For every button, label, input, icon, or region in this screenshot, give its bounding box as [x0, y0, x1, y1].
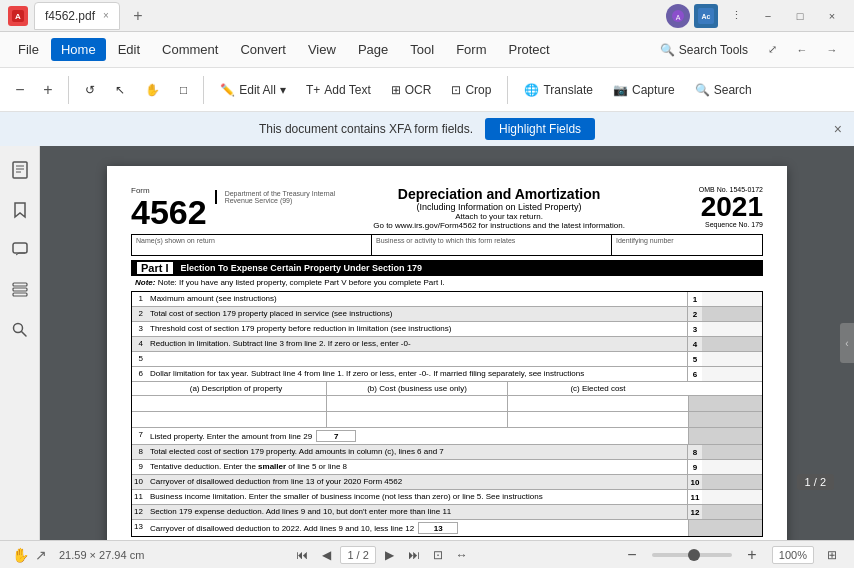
close-button[interactable]: ×: [818, 2, 846, 30]
col-header-a: (a) Description of property: [146, 382, 327, 395]
status-bar: ✋ ↗ 21.59 × 27.94 cm ⏮ ◀ 1 / 2 ▶ ⏭ ⊡ ↔ −…: [0, 540, 854, 568]
maximize-button[interactable]: □: [786, 2, 814, 30]
add-text-icon: T+: [306, 83, 320, 97]
edit-all-button[interactable]: ✏️ Edit All ▾: [212, 78, 294, 102]
nav-back-button[interactable]: ←: [788, 36, 816, 64]
col-header-b: (b) Cost (business use only): [327, 382, 508, 395]
menu-convert[interactable]: Convert: [230, 38, 296, 61]
more-options-button[interactable]: ⋮: [722, 2, 750, 30]
field3-label: Identifying number: [616, 237, 758, 244]
col-header-c: (c) Elected cost: [508, 382, 688, 395]
menu-page[interactable]: Page: [348, 38, 398, 61]
row-box-num-2: 2: [688, 310, 702, 319]
next-page-button[interactable]: ▶: [380, 545, 400, 565]
pdf-page: Form 4562 Department of the Treasury Int…: [107, 166, 787, 540]
right-panel-handle[interactable]: ‹: [840, 323, 854, 363]
row-num-2: 2: [132, 307, 146, 321]
page-indicator[interactable]: 1 / 2: [340, 546, 375, 564]
menu-form[interactable]: Form: [446, 38, 496, 61]
last-page-button[interactable]: ⏭: [404, 545, 424, 565]
row-num-7: 7: [132, 428, 146, 444]
hand-cursor-icon[interactable]: ✋: [12, 547, 29, 563]
row-desc-3: Threshold cost of section 179 property b…: [146, 322, 687, 336]
svg-text:Ac: Ac: [702, 13, 711, 20]
notification-bar: This document contains XFA form fields. …: [0, 112, 854, 146]
cursor-tool-button[interactable]: ↖: [107, 78, 133, 102]
nav-forward-button[interactable]: →: [818, 36, 846, 64]
sidebar-comments-icon[interactable]: [4, 234, 36, 266]
sidebar-search-icon[interactable]: [4, 314, 36, 346]
menu-protect[interactable]: Protect: [498, 38, 559, 61]
rotate-left-button[interactable]: ↺: [77, 78, 103, 102]
svg-text:A: A: [15, 12, 21, 21]
menu-comment[interactable]: Comment: [152, 38, 228, 61]
row-desc-4: Reduction in limitation. Subtract line 3…: [146, 337, 687, 351]
row-box-3: [702, 322, 762, 336]
search-button[interactable]: 🔍 Search: [687, 78, 760, 102]
capture-button[interactable]: 📷 Capture: [605, 78, 683, 102]
row-box-5: [702, 352, 762, 366]
zoom-slider[interactable]: [652, 553, 732, 557]
first-page-button[interactable]: ⏮: [292, 545, 312, 565]
fit-page-button[interactable]: ⊡: [428, 545, 448, 565]
prev-page-button[interactable]: ◀: [316, 545, 336, 565]
translate-icon: 🌐: [524, 83, 539, 97]
menu-home[interactable]: Home: [51, 38, 106, 61]
search-icon: 🔍: [660, 43, 675, 57]
highlight-fields-button[interactable]: Highlight Fields: [485, 118, 595, 140]
status-right: − + 100% ⊞: [620, 543, 842, 567]
menu-tool[interactable]: Tool: [400, 38, 444, 61]
acrobat-cloud-icon[interactable]: Ac: [694, 4, 718, 28]
menu-edit[interactable]: Edit: [108, 38, 150, 61]
ocr-button[interactable]: ⊞ OCR: [383, 78, 440, 102]
main-area: › Form 4562 Department of the Treasury I…: [0, 146, 854, 540]
translate-button[interactable]: 🌐 Translate: [516, 78, 601, 102]
shapes-button[interactable]: □: [172, 78, 195, 102]
zoom-minus-status[interactable]: −: [620, 543, 644, 567]
hand-tool-button[interactable]: ✋: [137, 78, 168, 102]
zoom-minus-button[interactable]: −: [8, 78, 32, 102]
minimize-button[interactable]: −: [754, 2, 782, 30]
row-box-4: [702, 337, 762, 351]
page-dimensions: 21.59 × 27.94 cm: [59, 549, 144, 561]
zoom-slider-thumb[interactable]: [688, 549, 700, 561]
pdf-viewer[interactable]: Form 4562 Department of the Treasury Int…: [40, 146, 854, 540]
fit-width-button[interactable]: ↔: [452, 545, 472, 565]
menu-view[interactable]: View: [298, 38, 346, 61]
blank-row-2: [132, 412, 762, 428]
status-center: ⏮ ◀ 1 / 2 ▶ ⏭ ⊡ ↔: [292, 545, 471, 565]
pdf-tab[interactable]: f4562.pdf ×: [34, 2, 120, 30]
add-text-button[interactable]: T+ Add Text: [298, 78, 379, 102]
menu-bar: File Home Edit Comment Convert View Page…: [0, 32, 854, 68]
row-box-num-5: 5: [688, 355, 702, 364]
row-box-num-1: 1: [688, 295, 702, 304]
tab-title: f4562.pdf: [45, 9, 95, 23]
toolbar-separator-2: [203, 76, 204, 104]
tax-year: 2021: [663, 193, 763, 221]
search-tools-button[interactable]: 🔍 Search Tools: [652, 38, 756, 62]
user-profile-icon[interactable]: A: [666, 4, 690, 28]
sidebar-layers-icon[interactable]: [4, 274, 36, 306]
row-desc-5: [146, 352, 687, 366]
zoom-plus-status[interactable]: +: [740, 543, 764, 567]
sidebar-bookmarks-icon[interactable]: [4, 194, 36, 226]
crop-button[interactable]: ⊡ Crop: [443, 78, 499, 102]
arrow-cursor-icon[interactable]: ↗: [35, 547, 47, 563]
zoom-percent[interactable]: 100%: [772, 546, 814, 564]
row-desc-7: Listed property. Enter the amount from l…: [146, 428, 688, 444]
new-tab-button[interactable]: +: [126, 4, 150, 28]
notification-close-button[interactable]: ×: [834, 121, 842, 137]
ocr-icon: ⊞: [391, 83, 401, 97]
menu-file[interactable]: File: [8, 38, 49, 61]
tab-close-button[interactable]: ×: [103, 10, 109, 21]
blank-row-1: [132, 396, 762, 412]
toolbar: − + ↺ ↖ ✋ □ ✏️ Edit All ▾ T+ Add Text ⊞ …: [0, 68, 854, 112]
fit-options-button[interactable]: ⊞: [822, 545, 842, 565]
sidebar-pages-icon[interactable]: [4, 154, 36, 186]
row-box-num-4: 4: [688, 340, 702, 349]
form-subtitle: (Including Information on Listed Propert…: [343, 202, 655, 212]
notification-message: This document contains XFA form fields.: [259, 122, 473, 136]
zoom-plus-button[interactable]: +: [36, 78, 60, 102]
external-link-icon[interactable]: ⤢: [758, 36, 786, 64]
row-box-13: [688, 520, 762, 536]
